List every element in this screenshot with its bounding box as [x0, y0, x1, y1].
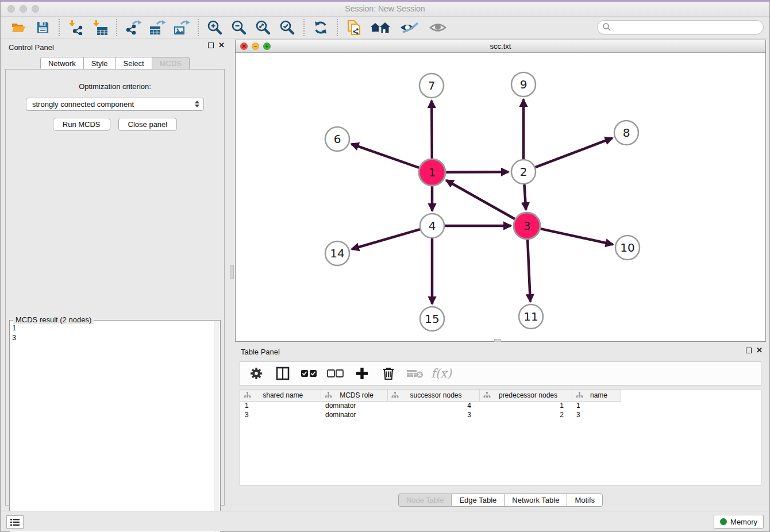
- tab-node-table[interactable]: Node Table: [398, 494, 452, 507]
- network-graph[interactable]: 7968124314101511: [236, 53, 765, 341]
- node-3[interactable]: 3: [514, 213, 540, 239]
- node-1[interactable]: 1: [419, 159, 445, 186]
- tab-edge-table[interactable]: Edge Table: [452, 494, 505, 507]
- column-header-name[interactable]: name: [572, 390, 621, 401]
- close-table-panel-icon[interactable]: ✕: [756, 348, 763, 353]
- run-mcds-button[interactable]: Run MCDS: [53, 118, 110, 131]
- show-graphics-details-button[interactable]: [427, 19, 449, 36]
- memory-label: Memory: [730, 518, 757, 526]
- svg-text:8: 8: [623, 126, 630, 140]
- toolbar-separator: [337, 19, 338, 36]
- close-panel-button[interactable]: Close panel: [118, 118, 178, 131]
- edge-2-to-8[interactable]: [536, 138, 613, 167]
- save-session-button[interactable]: [34, 19, 51, 36]
- node-15[interactable]: 15: [420, 307, 444, 331]
- cell[interactable]: 3: [572, 410, 621, 419]
- edge-1-to-7[interactable]: [432, 101, 432, 159]
- tab-network[interactable]: Network: [40, 57, 84, 70]
- attribute-tree-icon: [244, 392, 251, 398]
- export-image-button[interactable]: [173, 19, 190, 36]
- svg-text:11: 11: [523, 310, 538, 323]
- network-resize-handle[interactable]: [494, 339, 501, 342]
- zoom-fit-button[interactable]: [255, 19, 272, 36]
- delete-table-icon: [406, 368, 424, 379]
- close-panel-icon[interactable]: ✕: [218, 43, 225, 48]
- result-scrollbar[interactable]: [214, 321, 220, 532]
- column-header-shared-name[interactable]: shared name: [240, 390, 321, 401]
- node-14[interactable]: 14: [325, 241, 349, 265]
- memory-button[interactable]: Memory: [714, 515, 764, 529]
- delete-table-button[interactable]: [406, 365, 424, 382]
- edge-2-to-3[interactable]: [524, 184, 526, 210]
- cell[interactable]: 3: [387, 410, 479, 419]
- tab-style[interactable]: Style: [84, 57, 116, 70]
- node-8[interactable]: 8: [614, 121, 638, 145]
- table-tabs: Node TableEdge TableNetwork TableMotifs: [235, 494, 766, 507]
- node-4[interactable]: 4: [420, 214, 444, 238]
- node-6[interactable]: 6: [325, 127, 349, 151]
- network-file-button[interactable]: [345, 19, 363, 36]
- criterion-dropdown[interactable]: strongly connected component: [26, 98, 204, 111]
- export-network-button[interactable]: [125, 19, 142, 36]
- optimization-criterion-label: Optimization criterion:: [6, 82, 224, 91]
- node-2[interactable]: 2: [511, 160, 536, 184]
- mcds-result-text[interactable]: 1 3: [12, 323, 213, 531]
- hide-graphics-details-button[interactable]: [398, 19, 420, 36]
- edge-3-to-1[interactable]: [446, 180, 515, 219]
- node-10[interactable]: 10: [615, 236, 640, 260]
- import-table-button[interactable]: [91, 19, 109, 36]
- node-table[interactable]: shared nameMCDS rolesuccessor nodesprede…: [240, 390, 621, 419]
- node-9[interactable]: 9: [511, 72, 536, 97]
- tab-network-table[interactable]: Network Table: [505, 494, 567, 507]
- add-column-button[interactable]: [353, 365, 371, 382]
- cell[interactable]: 2: [479, 410, 572, 419]
- node-11[interactable]: 11: [519, 304, 543, 329]
- table-row[interactable]: 1dominator411: [240, 401, 621, 410]
- zoom-selected-button[interactable]: [279, 19, 296, 36]
- edge-1-to-6[interactable]: [352, 144, 419, 168]
- column-header-successor-nodes[interactable]: successor nodes: [387, 390, 479, 401]
- tab-select[interactable]: Select: [116, 57, 152, 70]
- task-history-button[interactable]: [6, 515, 24, 529]
- delete-column-button[interactable]: [379, 365, 398, 382]
- titlebar: Session: New Session: [1, 2, 769, 17]
- cell[interactable]: 1: [240, 401, 321, 410]
- cell[interactable]: dominator: [321, 401, 387, 410]
- apply-layout-button[interactable]: [312, 19, 329, 36]
- tab-mcds[interactable]: MCDS: [152, 57, 190, 70]
- open-session-button[interactable]: [10, 19, 27, 36]
- select-all-button[interactable]: [300, 365, 318, 382]
- node-7[interactable]: 7: [419, 74, 444, 98]
- attribute-tree-icon: [576, 392, 583, 398]
- float-panel-icon[interactable]: [208, 43, 214, 48]
- tab-motifs[interactable]: Motifs: [567, 494, 603, 507]
- cell[interactable]: 3: [240, 410, 321, 419]
- search-input[interactable]: [597, 20, 764, 34]
- deselect-all-button[interactable]: [326, 365, 345, 382]
- cell[interactable]: dominator: [321, 410, 387, 419]
- svg-text:6: 6: [334, 132, 341, 146]
- cell[interactable]: 4: [387, 401, 479, 410]
- edge-3-to-11[interactable]: [528, 240, 530, 302]
- split-view-button[interactable]: [274, 365, 292, 382]
- cell[interactable]: 1: [479, 401, 572, 410]
- cell[interactable]: 1: [572, 401, 621, 410]
- apply-function-button[interactable]: f(x): [432, 365, 451, 382]
- import-network-button[interactable]: [67, 19, 84, 36]
- export-table-button[interactable]: [149, 19, 166, 36]
- float-table-panel-icon[interactable]: [746, 348, 752, 353]
- home-view-button[interactable]: [369, 19, 391, 36]
- table-row[interactable]: 3dominator323: [240, 410, 621, 419]
- network-window-titlebar[interactable]: ✕ − + scc.txt: [236, 40, 765, 53]
- edge-3-to-10[interactable]: [541, 229, 613, 244]
- edge-4-to-14[interactable]: [352, 229, 420, 249]
- zoom-in-button[interactable]: [206, 19, 224, 36]
- toolbar-separator: [116, 19, 117, 36]
- column-header-predecessor-nodes[interactable]: predecessor nodes: [479, 390, 572, 401]
- column-header-mcds-role[interactable]: MCDS role: [321, 390, 387, 401]
- edge-1-to-2[interactable]: [446, 172, 509, 172]
- checked-boxes-icon: [301, 368, 318, 379]
- panel-splitter-handle[interactable]: [230, 265, 234, 279]
- zoom-out-button[interactable]: [230, 19, 248, 36]
- table-settings-button[interactable]: [247, 365, 265, 382]
